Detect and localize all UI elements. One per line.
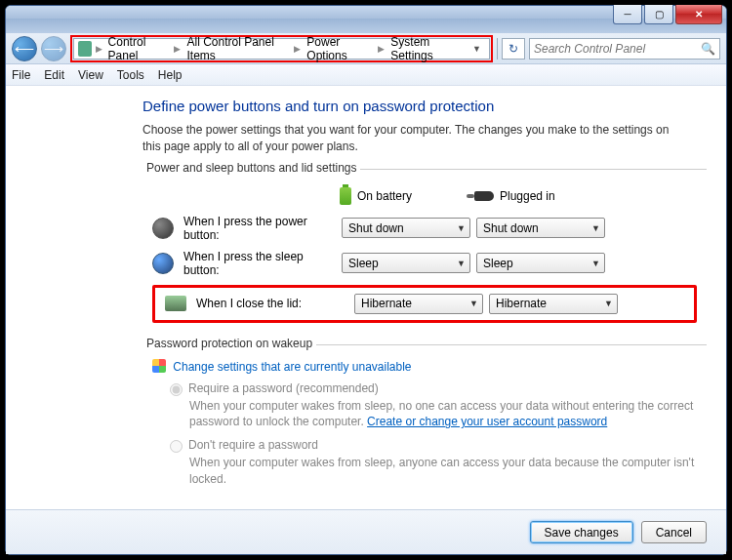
column-header-plugged: Plugged in: [474, 187, 603, 205]
menu-tools[interactable]: Tools: [117, 68, 144, 82]
lid-icon: [165, 296, 186, 311]
sleep-button-icon: [152, 253, 174, 274]
lid-row-highlight: When I close the lid: Hibernate▼ Hiberna…: [152, 285, 697, 323]
power-sleep-group: Power and sleep buttons and lid settings…: [142, 169, 707, 337]
require-password-radio: [170, 383, 183, 396]
back-button[interactable]: ⟵: [12, 36, 37, 61]
no-password-option: Don't require a password: [170, 438, 697, 453]
password-protection-group: Password protection on wakeup Change set…: [142, 344, 707, 496]
require-password-desc: When your computer wakes from sleep, no …: [189, 398, 697, 431]
row-label: When I close the lid:: [196, 297, 348, 310]
row-label: When I press the sleep button:: [183, 250, 336, 277]
breadcrumb-dropdown[interactable]: ▼: [467, 44, 487, 54]
menu-bar: File Edit View Tools Help: [6, 64, 726, 86]
search-input[interactable]: [534, 42, 701, 56]
battery-icon: [340, 187, 351, 205]
chevron-down-icon: ▼: [591, 259, 600, 268]
menu-file[interactable]: File: [12, 68, 30, 82]
group-title: Power and sleep buttons and lid settings: [142, 161, 360, 175]
footer: Save changes Cancel: [6, 509, 726, 554]
power-plugged-combo[interactable]: Shut down▼: [476, 218, 605, 238]
lid-plugged-combo[interactable]: Hibernate▼: [489, 294, 618, 314]
menu-view[interactable]: View: [78, 68, 103, 82]
chevron-right-icon: ▶: [292, 44, 303, 54]
refresh-button[interactable]: ↻: [502, 38, 525, 60]
page-description: Choose the power settings that you want …: [142, 122, 689, 155]
menu-edit[interactable]: Edit: [44, 68, 64, 82]
sleep-battery-combo[interactable]: Sleep▼: [342, 253, 470, 273]
close-button[interactable]: ✕: [675, 5, 722, 24]
navigation-bar: ⟵ ⟶ ▶ Control Panel ▶ All Control Panel …: [6, 33, 726, 64]
power-button-icon: [152, 218, 174, 239]
breadcrumb-item[interactable]: Control Panel: [104, 35, 173, 62]
chevron-right-icon: ▶: [172, 44, 183, 54]
titlebar: ─ ▢ ✕: [6, 6, 726, 33]
chevron-right-icon: ▶: [376, 44, 386, 54]
sleep-plugged-combo[interactable]: Sleep▼: [476, 253, 605, 273]
search-icon: 🔍: [701, 42, 715, 56]
change-settings-link[interactable]: Change settings that are currently unava…: [152, 359, 697, 374]
control-panel-window: ─ ▢ ✕ ⟵ ⟶ ▶ Control Panel ▶ All Control …: [5, 5, 727, 555]
breadcrumb-highlight: ▶ Control Panel ▶ All Control Panel Item…: [70, 35, 493, 62]
chevron-right-icon: ▶: [94, 44, 104, 54]
chevron-down-icon: ▼: [591, 223, 600, 233]
no-password-desc: When your computer wakes from sleep, any…: [189, 455, 697, 488]
power-battery-combo[interactable]: Shut down▼: [342, 218, 470, 238]
breadcrumb-item[interactable]: All Control Panel Items: [183, 35, 292, 62]
menu-help[interactable]: Help: [158, 68, 183, 82]
divider: [497, 38, 498, 60]
shield-icon: [152, 359, 166, 373]
breadcrumb-item[interactable]: Power Options: [303, 35, 376, 62]
search-box[interactable]: 🔍: [529, 38, 720, 60]
minimize-button[interactable]: ─: [613, 5, 642, 24]
chevron-down-icon: ▼: [457, 259, 466, 268]
group-title: Password protection on wakeup: [142, 337, 316, 350]
plug-icon: [474, 191, 494, 201]
control-panel-icon: [78, 41, 92, 57]
column-header-battery: On battery: [340, 187, 468, 205]
cancel-button[interactable]: Cancel: [641, 521, 707, 543]
chevron-down-icon: ▼: [604, 299, 613, 308]
chevron-down-icon: ▼: [457, 223, 466, 233]
create-password-link[interactable]: Create or change your user account passw…: [367, 415, 607, 428]
require-password-option: Require a password (recommended): [170, 381, 697, 396]
forward-button[interactable]: ⟶: [41, 36, 66, 61]
content-area: Define power buttons and turn on passwor…: [6, 88, 726, 507]
chevron-down-icon: ▼: [469, 299, 478, 308]
breadcrumb-item[interactable]: System Settings: [386, 35, 467, 62]
maximize-button[interactable]: ▢: [644, 5, 673, 24]
save-changes-button[interactable]: Save changes: [530, 521, 633, 543]
page-heading: Define power buttons and turn on passwor…: [142, 98, 707, 114]
no-password-radio: [170, 440, 183, 453]
breadcrumb[interactable]: ▶ Control Panel ▶ All Control Panel Item…: [73, 38, 490, 60]
row-label: When I press the power button:: [183, 215, 336, 242]
lid-battery-combo[interactable]: Hibernate▼: [354, 294, 483, 314]
